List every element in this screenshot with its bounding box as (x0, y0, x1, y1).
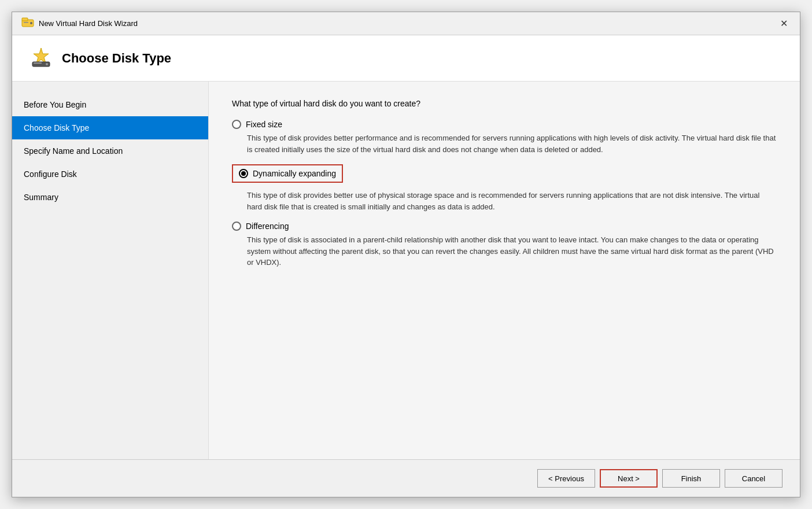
main-content: What type of virtual hard disk do you wa… (209, 82, 800, 459)
window-title: New Virtual Hard Disk Wizard (39, 19, 138, 28)
sidebar-item-configure-disk[interactable]: Configure Disk (12, 163, 208, 186)
dynamically-expanding-box: Dynamically expanding (232, 164, 343, 183)
window-icon (21, 17, 34, 29)
fixed-size-header: Fixed size (232, 120, 777, 129)
differencing-radio[interactable]: Differencing (232, 222, 289, 231)
cancel-button[interactable]: Cancel (725, 469, 783, 488)
fixed-size-radio[interactable]: Fixed size (232, 120, 282, 129)
footer: < Previous Next > Finish Cancel (12, 459, 800, 497)
sidebar-item-summary[interactable]: Summary (12, 186, 208, 209)
dynamically-expanding-description: This type of disk provides better use of… (247, 190, 777, 212)
fixed-size-description: This type of disk provides better perfor… (247, 132, 777, 155)
svg-point-2 (30, 22, 32, 24)
option-differencing: Differencing This type of disk is associ… (232, 222, 777, 268)
previous-button[interactable]: < Previous (537, 469, 595, 488)
dynamically-expanding-radio-btn[interactable] (239, 169, 248, 178)
option-dynamically-expanding: Dynamically expanding This type of disk … (232, 164, 777, 212)
sidebar: Before You Begin Choose Disk Type Specif… (12, 82, 209, 459)
svg-rect-6 (34, 62, 42, 64)
header-title: Choose Disk Type (62, 51, 171, 66)
fixed-size-radio-btn[interactable] (232, 120, 241, 129)
header-icon (29, 47, 53, 69)
title-bar: New Virtual Hard Disk Wizard ✕ (12, 12, 800, 35)
differencing-header: Differencing (232, 222, 777, 231)
sidebar-item-before-you-begin[interactable]: Before You Begin (12, 93, 208, 116)
dynamically-expanding-radio[interactable]: Dynamically expanding (239, 169, 336, 178)
finish-button[interactable]: Finish (662, 469, 720, 488)
svg-rect-3 (24, 22, 28, 23)
close-button[interactable]: ✕ (777, 17, 791, 31)
next-button[interactable]: Next > (600, 469, 658, 488)
wizard-window: New Virtual Hard Disk Wizard ✕ Choose Di… (12, 12, 800, 497)
differencing-description: This type of disk is associated in a par… (247, 234, 777, 268)
fixed-size-label: Fixed size (246, 120, 282, 129)
dynamically-expanding-label: Dynamically expanding (253, 169, 336, 178)
differencing-label: Differencing (246, 222, 289, 231)
sidebar-item-choose-disk-type[interactable]: Choose Disk Type (12, 116, 208, 139)
header-section: Choose Disk Type (12, 35, 800, 82)
svg-marker-4 (34, 48, 49, 63)
question-text: What type of virtual hard disk do you wa… (232, 99, 777, 108)
svg-rect-1 (22, 18, 28, 21)
dynamically-expanding-header: Dynamically expanding (232, 164, 777, 186)
sidebar-item-specify-name-location[interactable]: Specify Name and Location (12, 139, 208, 163)
option-fixed-size: Fixed size This type of disk provides be… (232, 120, 777, 155)
content-area: Before You Begin Choose Disk Type Specif… (12, 82, 800, 459)
title-bar-left: New Virtual Hard Disk Wizard (21, 17, 138, 29)
differencing-radio-btn[interactable] (232, 222, 241, 231)
svg-point-7 (46, 63, 48, 65)
